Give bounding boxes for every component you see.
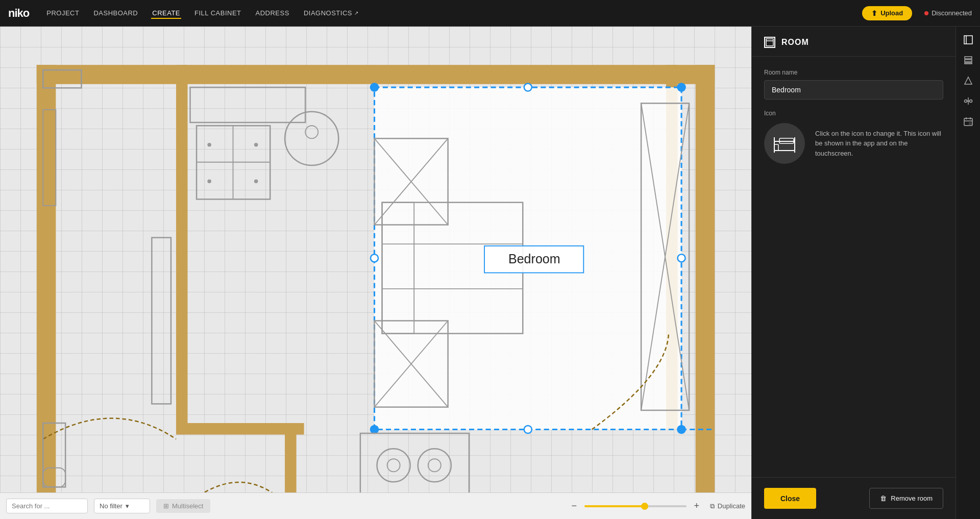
svg-point-16 [524, 426, 532, 433]
search-input[interactable] [6, 499, 88, 513]
zoom-in-button[interactable]: + [690, 499, 704, 513]
svg-point-47 [418, 449, 451, 482]
duplicate-icon: ⧉ [710, 502, 715, 510]
icon-section-label: Icon [764, 110, 943, 117]
room-icon-button[interactable] [764, 123, 805, 164]
icon-hint-text: Click on the icon to change it. This ico… [815, 129, 943, 159]
svg-point-10 [677, 83, 686, 92]
main-area: Bedroom No filter ▾ [0, 27, 980, 519]
svg-point-48 [428, 459, 441, 472]
bed-icon [773, 134, 796, 153]
svg-rect-51 [152, 238, 171, 404]
floor-plan-svg: Bedroom [0, 27, 751, 519]
svg-rect-65 [965, 60, 972, 62]
nav-address[interactable]: ADDRESS [255, 7, 290, 19]
svg-rect-4 [176, 65, 188, 429]
svg-point-15 [678, 254, 685, 262]
svg-rect-62 [964, 36, 972, 44]
right-panel: ROOM Room name Icon [751, 27, 955, 519]
shapes-icon [964, 76, 973, 85]
svg-rect-1 [37, 65, 56, 519]
nav-diagnostics[interactable]: DIAGNOSTICS ↗ [303, 7, 360, 19]
svg-point-14 [371, 254, 378, 262]
room-name-input[interactable] [764, 80, 943, 100]
toolbar-shapes-button[interactable] [959, 71, 977, 90]
svg-point-11 [370, 425, 379, 434]
upload-icon: ⬆ [871, 9, 877, 17]
filter-label: No filter [100, 502, 122, 510]
panel-title: ROOM [781, 38, 809, 47]
app-logo: niko [8, 7, 29, 20]
svg-rect-64 [965, 57, 972, 59]
panel-footer: Close 🗑 Remove room [752, 477, 955, 519]
svg-rect-0 [37, 65, 715, 84]
svg-rect-66 [965, 63, 972, 64]
connection-status: Disconnected [924, 9, 972, 17]
upload-button[interactable]: ⬆ Upload [862, 6, 912, 20]
canvas-area[interactable]: Bedroom No filter ▾ [0, 27, 751, 519]
room-name-label: Room name [764, 69, 943, 76]
svg-point-28 [254, 180, 258, 184]
remove-room-button[interactable]: 🗑 Remove room [869, 488, 943, 509]
chevron-down-icon: ▾ [126, 502, 129, 510]
toolbar-connect-button[interactable] [959, 92, 977, 110]
zoom-out-button[interactable]: − [567, 499, 581, 513]
svg-point-26 [254, 143, 258, 147]
layers-icon [964, 56, 973, 65]
disconnected-indicator [924, 11, 928, 15]
nav-fill-cabinet[interactable]: FILL CABINET [193, 7, 242, 19]
svg-marker-67 [965, 77, 972, 84]
panel-content: Room name Icon Click on the i [752, 57, 955, 477]
svg-rect-18 [190, 87, 306, 122]
panel-header: ROOM [752, 27, 955, 57]
nav-create[interactable]: CREATE [151, 7, 181, 19]
svg-point-69 [969, 100, 972, 103]
svg-rect-5 [176, 423, 304, 435]
multiselect-icon: ⊞ [163, 502, 169, 510]
nav-dashboard[interactable]: DASHBOARD [92, 7, 139, 19]
side-toolbar: 21 [955, 27, 980, 519]
svg-rect-56 [774, 144, 778, 151]
multiselect-button[interactable]: ⊞ Multiselect [156, 499, 210, 513]
svg-rect-2 [696, 65, 715, 519]
top-nav: niko PROJECT DASHBOARD CREATE FILL CABIN… [0, 0, 980, 27]
svg-point-27 [207, 180, 211, 184]
svg-rect-53 [766, 39, 773, 46]
svg-text:21: 21 [969, 122, 972, 125]
svg-text:Bedroom: Bedroom [508, 252, 560, 266]
calendar-icon: 21 [964, 117, 973, 126]
svg-point-13 [524, 84, 532, 91]
trash-icon: 🗑 [880, 495, 887, 502]
toolbar-calendar-button[interactable]: 21 [959, 112, 977, 131]
close-button[interactable]: Close [764, 488, 816, 509]
svg-point-68 [964, 100, 967, 103]
room-header-icon [764, 37, 775, 48]
icon-area: Click on the icon to change it. This ico… [764, 123, 943, 164]
svg-point-25 [207, 143, 211, 147]
connect-icon [964, 96, 973, 106]
expand-icon [964, 35, 973, 44]
toolbar-layers-button[interactable] [959, 51, 977, 69]
nav-project[interactable]: PROJECT [45, 7, 80, 19]
external-link-icon: ↗ [354, 10, 359, 16]
filter-dropdown[interactable]: No filter ▾ [94, 499, 150, 513]
svg-rect-55 [774, 141, 795, 151]
svg-point-46 [387, 459, 400, 472]
svg-point-20 [305, 126, 318, 138]
toolbar-expand-button[interactable] [959, 31, 977, 49]
duplicate-button[interactable]: ⧉ Duplicate [710, 502, 745, 510]
bottom-bar: No filter ▾ ⊞ Multiselect − + ⧉ Duplicat… [0, 492, 751, 519]
zoom-control: − + [567, 499, 704, 513]
svg-point-9 [370, 83, 379, 92]
svg-point-45 [377, 449, 410, 482]
zoom-slider[interactable] [584, 505, 687, 507]
